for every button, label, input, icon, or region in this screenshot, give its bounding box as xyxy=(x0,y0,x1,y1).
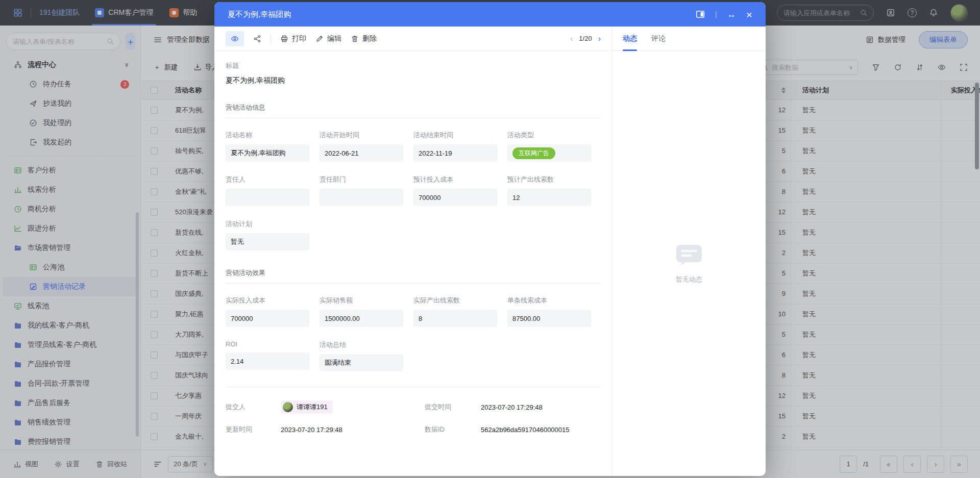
field-value: 8 xyxy=(413,310,497,327)
field-cost-per-lead: 单条线索成本 87500.00 xyxy=(507,296,601,327)
edit-button[interactable]: 编辑 xyxy=(315,34,341,43)
field-expected-leads: 预计产出线索数 12 xyxy=(507,175,601,206)
share-icon[interactable] xyxy=(253,35,261,43)
field-campaign-type: 活动类型 互联网广告 xyxy=(507,131,601,162)
data-id-label: 数据ID xyxy=(425,425,481,434)
section-title-effect: 营销活动效果 xyxy=(226,268,601,278)
section-divider xyxy=(226,283,601,284)
field-budget: 预计投入成本 700000 xyxy=(413,175,507,206)
field-owner: 责任人 xyxy=(226,175,320,206)
detail-pane: 打印 编辑 删除 ‹ 1/20 › xyxy=(214,27,612,476)
title-field-label: 标题 xyxy=(226,61,601,70)
field-plan: 活动计划 暂无 xyxy=(226,219,320,250)
field-actual-leads: 实际产出线索数 8 xyxy=(413,296,507,327)
field-actual-sales: 实际销售额 1500000.00 xyxy=(320,296,413,327)
view-mode-button[interactable] xyxy=(226,31,244,46)
expand-icon[interactable]: ↔ xyxy=(727,10,736,19)
section-title-info: 营销活动信息 xyxy=(226,103,601,112)
field-value: 700000 xyxy=(226,310,309,327)
field-roi: ROI 2.14 xyxy=(226,340,320,371)
detail-content: 标题 夏不为例,幸福团购 营销活动信息 活动名称 夏不为例,幸福团购 活动开始时… xyxy=(214,51,612,476)
field-value: 87500.00 xyxy=(507,310,591,327)
field-value: 圆满结束 xyxy=(320,354,403,371)
divider xyxy=(271,34,271,43)
info-fields-grid: 活动名称 夏不为例,幸福团购 活动开始时间 2022-06-21 活动结束时间 … xyxy=(226,131,601,250)
field-value: 2.14 xyxy=(226,353,309,370)
field-value: 互联网广告 xyxy=(507,144,591,162)
field-value xyxy=(320,189,403,206)
submitter-label: 提交人 xyxy=(226,402,281,412)
field-end-date: 活动结束时间 2022-11-19 xyxy=(413,131,507,162)
effect-fields-grid: 实际投入成本 700000 实际销售额 1500000.00 实际产出线索数 8 xyxy=(226,296,601,371)
screen: 191创建团队 CRM客户管理 帮助 ? xyxy=(0,0,980,478)
submit-time-value: 2023-07-20 17:29:48 xyxy=(481,404,601,411)
record-detail-modal: 夏不为例,幸福团购 | ↔ × 打印 xyxy=(214,2,766,476)
field-value: 2022-06-21 xyxy=(320,144,403,162)
printer-icon xyxy=(280,35,288,43)
prev-record-button[interactable]: ‹ xyxy=(570,34,573,43)
activity-tabs: 动态 评论 xyxy=(612,27,766,51)
field-value xyxy=(226,189,309,206)
field-value: 夏不为例,幸福团购 xyxy=(226,144,309,162)
side-panel-toggle-icon[interactable] xyxy=(696,10,705,19)
modal-title: 夏不为例,幸福团购 xyxy=(228,10,291,19)
activity-pane: 动态 评论 暂无动态 xyxy=(612,27,766,476)
field-summary: 活动总结 圆满结束 xyxy=(320,340,413,371)
modal-header-actions: | ↔ × xyxy=(696,9,752,20)
field-actual-cost: 实际投入成本 700000 xyxy=(226,296,320,327)
field-value: 12 xyxy=(507,189,591,206)
title-field-value: 夏不为例,幸福团购 xyxy=(226,76,601,85)
modal-header: 夏不为例,幸福团购 | ↔ × xyxy=(214,2,766,27)
next-record-button[interactable]: › xyxy=(598,34,601,43)
submitter-chip[interactable]: 谭谭谭191 xyxy=(281,400,333,414)
record-meta: 提交人 谭谭谭191 提交时间 2023-07-20 17:29:48 更新时间… xyxy=(226,400,601,434)
empty-state-text: 暂无动态 xyxy=(676,275,702,284)
pencil-icon xyxy=(315,35,324,43)
detail-toolbar: 打印 编辑 删除 ‹ 1/20 › xyxy=(214,27,612,51)
activity-empty-state: 暂无动态 xyxy=(612,51,766,476)
update-time-value: 2023-07-20 17:29:48 xyxy=(281,426,425,434)
print-button[interactable]: 打印 xyxy=(280,34,306,43)
field-start-date: 活动开始时间 2022-06-21 xyxy=(320,131,413,162)
record-pager: ‹ 1/20 › xyxy=(570,34,601,43)
tab-activity-feed[interactable]: 动态 xyxy=(623,27,637,51)
field-campaign-name: 活动名称 夏不为例,幸福团购 xyxy=(226,131,320,162)
trash-icon xyxy=(351,35,359,43)
update-time-label: 更新时间 xyxy=(226,425,281,434)
field-value: 700000 xyxy=(413,189,497,206)
field-value: 暂无 xyxy=(226,233,309,250)
submitter-name: 谭谭谭191 xyxy=(297,402,328,412)
section-divider xyxy=(226,118,601,118)
submit-time-label: 提交时间 xyxy=(425,402,481,412)
section-divider xyxy=(226,387,601,387)
field-value: 1500000.00 xyxy=(320,310,403,327)
modal-body: 打印 编辑 删除 ‹ 1/20 › xyxy=(214,27,766,476)
divider: | xyxy=(715,10,717,18)
record-pager-label: 1/20 xyxy=(579,35,592,42)
data-id-value: 562a2b96da59170460000015 xyxy=(481,426,601,434)
tab-comments[interactable]: 评论 xyxy=(651,27,666,51)
chat-bubble-icon xyxy=(675,243,703,267)
type-tag: 互联网广告 xyxy=(512,147,555,159)
delete-button[interactable]: 删除 xyxy=(351,34,377,43)
field-value: 2022-11-19 xyxy=(413,144,497,162)
close-icon[interactable]: × xyxy=(746,9,752,20)
submitter-avatar xyxy=(283,402,293,412)
field-department: 责任部门 xyxy=(320,175,413,206)
